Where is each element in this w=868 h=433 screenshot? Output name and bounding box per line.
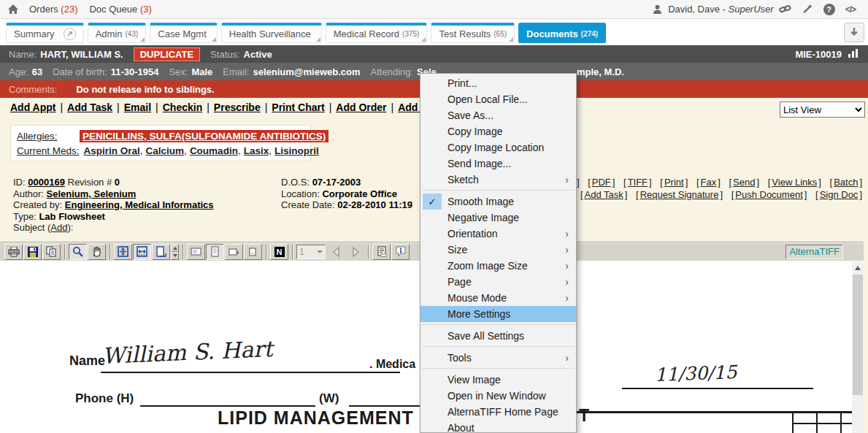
- tab-documents[interactable]: Documents(274): [518, 23, 606, 43]
- previous-page-button[interactable]: [327, 244, 345, 260]
- patient-attending-fragment: mple, M.D.: [577, 63, 624, 80]
- fit-window-button[interactable]: [114, 244, 132, 260]
- orientation-rotate-right-button[interactable]: [244, 244, 262, 260]
- code-icon[interactable]: </>: [845, 4, 856, 15]
- patient-status: Active: [244, 49, 272, 60]
- negative-image-button[interactable]: N: [270, 244, 288, 260]
- med-link[interactable]: Lisinopril: [274, 145, 319, 156]
- menu-item-view-image[interactable]: View Image: [420, 372, 576, 388]
- tab-test-results[interactable]: Test Results(65): [431, 23, 515, 43]
- print-button[interactable]: [4, 244, 23, 260]
- current-meds-label[interactable]: Current Meds:: [17, 145, 80, 156]
- viewer-scrollbar[interactable]: [852, 261, 864, 433]
- view-mode-select[interactable]: List View: [780, 101, 865, 118]
- tab-medical-record[interactable]: Medical Record(375): [326, 23, 428, 43]
- menu-item-mouse-mode[interactable]: Mouse Mode›: [420, 290, 576, 306]
- scrollbar-up-button[interactable]: [852, 261, 864, 274]
- created-by-link[interactable]: Engineering, Medical Informatics: [65, 199, 214, 210]
- document-properties-button[interactable]: [372, 244, 391, 260]
- fit-page-button[interactable]: [152, 244, 170, 260]
- orders-link[interactable]: Orders (23): [29, 4, 77, 15]
- menu-item-about[interactable]: About: [420, 420, 576, 433]
- document-id-link[interactable]: 0000169: [28, 177, 65, 188]
- tab-health-surveillance[interactable]: Health Surveillance: [221, 23, 322, 43]
- page-number-select[interactable]: 1: [296, 245, 326, 259]
- add-task-link[interactable]: Add Task: [67, 101, 112, 113]
- menu-item-open-local-file[interactable]: Open Local File...: [420, 91, 576, 107]
- scrollbar-thumb[interactable]: [853, 275, 863, 395]
- pan-hand-button[interactable]: [88, 244, 106, 260]
- scan-title-fragment: T: [579, 406, 589, 426]
- batch-link[interactable]: Batch: [834, 177, 858, 188]
- add-subject-link[interactable]: Add: [50, 222, 67, 233]
- menu-item-orientation[interactable]: Orientation›: [420, 226, 576, 242]
- menu-item-save-all-settings[interactable]: Save All Settings: [420, 328, 576, 344]
- menu-item-tools[interactable]: Tools›: [420, 350, 576, 366]
- tiff-link[interactable]: TIFF: [628, 177, 648, 188]
- menu-item-print[interactable]: Print...: [420, 75, 576, 91]
- home-icon[interactable]: [7, 4, 19, 15]
- zoom-tool-button[interactable]: [69, 244, 87, 260]
- help-icon[interactable]: ?: [823, 4, 835, 15]
- tab-admin[interactable]: Admin(43): [88, 23, 147, 43]
- add-order-link[interactable]: Add Order: [336, 101, 386, 113]
- chart-stats-icon[interactable]: [848, 48, 859, 61]
- info-button[interactable]: [391, 244, 410, 260]
- author-link[interactable]: Selenium, Selenium: [47, 188, 137, 199]
- menu-item-copy-image-location[interactable]: Copy Image Location: [420, 139, 576, 156]
- fit-width-button[interactable]: [133, 244, 151, 260]
- menu-item-send-image[interactable]: Send Image...: [420, 156, 576, 172]
- menu-item-page[interactable]: Page›: [420, 274, 576, 290]
- email-link[interactable]: Email: [124, 101, 151, 113]
- med-link[interactable]: Calcium: [146, 145, 185, 156]
- download-button[interactable]: [844, 23, 864, 42]
- med-link[interactable]: Coumadin: [190, 145, 238, 156]
- add-appt-link[interactable]: Add Appt: [10, 101, 55, 113]
- menu-item-open-in-new-window[interactable]: Open in New Window: [420, 388, 576, 404]
- add-task-doc-link[interactable]: Add Task: [585, 189, 623, 200]
- prescribe-link[interactable]: Prescribe: [214, 101, 261, 113]
- zoom-spinner[interactable]: [171, 244, 179, 260]
- user-name[interactable]: David, Dave - SuperUser: [668, 4, 774, 15]
- menu-item-copy-image[interactable]: Copy Image: [420, 123, 576, 139]
- next-page-button[interactable]: [346, 244, 364, 260]
- link-icon[interactable]: [779, 4, 791, 15]
- push-document-link[interactable]: Push Document: [735, 189, 803, 200]
- popout-arrow-icon[interactable]: [64, 28, 76, 40]
- med-link[interactable]: Lasix: [244, 145, 269, 156]
- doc-queue-link[interactable]: Doc Queue (3): [89, 4, 151, 15]
- menu-item-negative-image[interactable]: Negative Image: [420, 210, 576, 226]
- pdf-link[interactable]: PDF: [592, 177, 611, 188]
- menu-item-size[interactable]: Size›: [420, 242, 576, 258]
- checkin-link[interactable]: Checkin: [163, 101, 202, 113]
- save-button[interactable]: [23, 244, 42, 260]
- send-link[interactable]: Send: [733, 177, 755, 188]
- scan-work-label: (W): [319, 391, 339, 406]
- zoom-spinner-down[interactable]: [171, 252, 179, 260]
- orientation-portrait-button[interactable]: [206, 244, 224, 260]
- menu-item-save-as[interactable]: Save As...: [420, 107, 576, 123]
- orientation-rotate-left-button[interactable]: [225, 244, 243, 260]
- allergies-label[interactable]: Allergies:: [17, 131, 75, 142]
- chart-action-links: Add Appt|Add Task|Email|Checkin|Prescrib…: [10, 101, 471, 113]
- wand-icon[interactable]: [802, 4, 813, 15]
- request-signature-link[interactable]: Request Signature: [640, 189, 719, 200]
- tab-summary[interactable]: Summary: [6, 23, 84, 43]
- menu-item-more-settings[interactable]: More Settings: [420, 306, 576, 322]
- menu-item-sketch[interactable]: Sketch›: [420, 172, 576, 188]
- allergy-list[interactable]: PENICILLINS, SULFA(SULFONAMIDE ANTIBIOTI…: [80, 130, 329, 142]
- menu-item-smooth-image[interactable]: ✓Smooth Image: [420, 193, 576, 210]
- tab-case-mgmt[interactable]: Case Mgmt: [150, 23, 217, 43]
- patient-age: 63: [32, 66, 42, 77]
- menu-item-alternatiff-home-page[interactable]: AlternaTIFF Home Page: [420, 404, 576, 420]
- print-link[interactable]: Print: [664, 177, 684, 188]
- fax-link[interactable]: Fax: [701, 177, 717, 188]
- print-chart-link[interactable]: Print Chart: [272, 101, 324, 113]
- menu-item-zoom-image-size[interactable]: Zoom Image Size›: [420, 258, 576, 274]
- orientation-landscape-button[interactable]: [187, 244, 205, 260]
- med-link[interactable]: Aspirin Oral: [84, 145, 140, 156]
- copy-button[interactable]: [42, 244, 61, 260]
- view-links-link[interactable]: View Links: [772, 177, 817, 188]
- sign-doc-link[interactable]: Sign Doc: [820, 189, 859, 200]
- zoom-spinner-up[interactable]: [171, 244, 179, 252]
